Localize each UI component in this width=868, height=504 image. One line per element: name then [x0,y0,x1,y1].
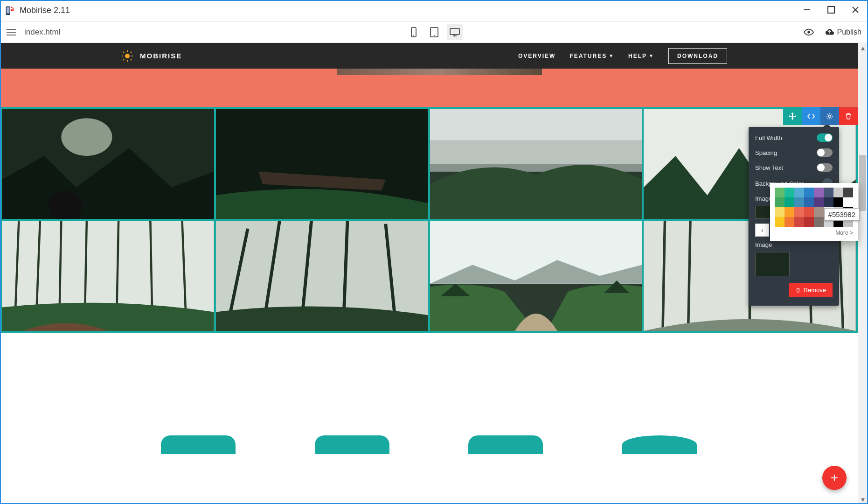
nav-overview[interactable]: OVERVIEW [518,53,556,59]
gallery-image-2[interactable] [216,109,428,219]
mobile-preview-button[interactable] [406,24,422,40]
gallery-image-6[interactable] [216,221,428,331]
app-toolbar: index.html Publish [0,21,868,43]
chevron-down-icon: ▼ [649,53,654,58]
color-swatch-5[interactable] [824,188,833,197]
color-swatch-13[interactable] [824,197,833,207]
setting-showtext-toggle[interactable] [817,163,833,172]
feature-icons-row [0,435,858,454]
svg-point-2 [7,14,8,14]
color-swatch-10[interactable] [794,197,804,207]
color-swatch-20[interactable] [814,207,824,217]
hero-block-bottom[interactable] [0,69,858,107]
color-swatch-15[interactable] [843,197,853,207]
color-swatch-17[interactable] [785,207,794,217]
image-thumb-1[interactable] [755,206,772,219]
color-swatch-18[interactable] [794,207,804,217]
color-swatch-7[interactable] [843,188,853,197]
desktop-preview-button[interactable] [447,24,463,40]
block-move-button[interactable] [783,107,802,125]
svg-point-10 [434,35,435,36]
site-logo[interactable]: MOBIRISE [121,50,182,62]
color-swatch-12[interactable] [814,197,824,207]
images-prev-button[interactable]: ‹ [755,224,769,237]
app-title: Mobirise 2.11 [20,6,70,15]
trash-icon [795,287,801,293]
setting-fullwidth-toggle[interactable] [817,133,833,142]
site-header-block[interactable]: MOBIRISE OVERVIEW FEATURES▼ HELP▼ DOWNLO… [0,43,858,69]
color-swatch-28[interactable] [814,217,824,227]
site-brand-text: MOBIRISE [140,52,182,60]
setting-spacing-toggle[interactable] [817,148,833,157]
image-single-thumb[interactable] [755,252,790,276]
svg-point-14 [807,31,810,34]
publish-label: Publish [837,28,861,36]
remove-button[interactable]: Remove [789,283,833,297]
scroll-up-icon[interactable]: ▴ [858,43,868,52]
svg-line-23 [123,59,124,60]
svg-point-53 [829,115,831,118]
block-delete-button[interactable] [839,107,858,125]
svg-point-8 [413,35,414,36]
svg-line-20 [123,52,124,53]
color-swatch-4[interactable] [814,188,824,197]
setting-spacing-label: Spacing [755,149,777,156]
scroll-down-icon[interactable]: ▾ [858,495,868,504]
device-preview-switch [406,24,463,40]
swatch-grid [775,188,853,227]
color-more-button[interactable]: More > [775,227,853,236]
scrollbar-thumb[interactable] [859,155,866,211]
setting-image-label: Image [755,241,833,248]
color-swatch-25[interactable] [785,217,794,227]
chevron-down-icon: ▼ [609,53,614,58]
nav-features[interactable]: FEATURES▼ [569,53,614,59]
sun-icon [121,50,133,62]
block-code-button[interactable] [802,107,820,125]
color-swatch-9[interactable] [785,197,794,207]
color-swatch-24[interactable] [775,217,785,227]
add-block-fab[interactable]: + [822,466,847,490]
hex-tooltip: #553982 [824,208,860,221]
color-swatch-2[interactable] [794,188,804,197]
color-swatch-3[interactable] [804,188,814,197]
gallery-image-7[interactable] [430,221,642,331]
block-settings-button[interactable] [820,107,839,125]
gallery-block[interactable] [0,107,858,333]
svg-point-15 [125,54,130,58]
svg-rect-29 [430,140,642,171]
color-swatch-1[interactable] [785,188,794,197]
gallery-image-5[interactable] [2,221,214,331]
editor-canvas: MOBIRISE OVERVIEW FEATURES▼ HELP▼ DOWNLO… [0,43,858,504]
app-icon [4,5,15,16]
color-swatch-19[interactable] [804,207,814,217]
svg-line-21 [131,59,132,60]
color-swatch-16[interactable] [775,207,785,217]
svg-rect-1 [7,7,9,13]
close-icon[interactable] [851,6,860,16]
nav-download[interactable]: DOWNLOAD [668,48,727,64]
features-block[interactable] [0,333,858,454]
tablet-preview-button[interactable] [426,24,442,40]
preview-button[interactable] [804,27,814,37]
feature-icon-4 [622,435,697,454]
color-swatch-8[interactable] [775,197,785,207]
svg-rect-4 [828,7,834,13]
gallery-image-3[interactable] [430,109,642,219]
color-swatch-11[interactable] [804,197,814,207]
color-swatch-14[interactable] [833,197,843,207]
svg-line-22 [131,52,132,53]
color-swatch-27[interactable] [804,217,814,227]
vertical-scrollbar[interactable]: ▴ ▾ [858,43,868,504]
color-swatch-6[interactable] [833,188,843,197]
color-swatch-0[interactable] [775,188,785,197]
feature-icon-2 [315,435,389,454]
gallery-image-1[interactable] [2,109,214,219]
minimize-icon[interactable] [803,6,811,16]
plus-icon: + [831,470,838,485]
color-swatch-26[interactable] [794,217,804,227]
color-picker-popover: #553982 More > [770,183,858,241]
publish-button[interactable]: Publish [824,27,861,37]
maximize-icon[interactable] [827,6,835,16]
nav-help[interactable]: HELP▼ [628,53,654,59]
hamburger-icon[interactable] [7,29,16,35]
